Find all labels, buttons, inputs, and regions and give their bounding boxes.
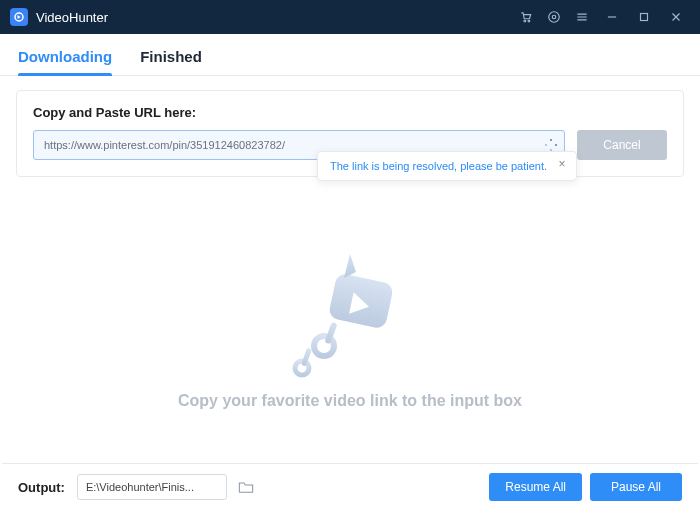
settings-icon[interactable] bbox=[542, 5, 566, 29]
resume-all-button[interactable]: Resume All bbox=[489, 473, 582, 501]
svg-point-4 bbox=[549, 12, 560, 23]
tooltip-close-icon[interactable]: × bbox=[556, 158, 568, 170]
titlebar: VideoHunter bbox=[0, 0, 700, 34]
output-path[interactable]: E:\Videohunter\Finis... bbox=[77, 474, 227, 500]
footer: Output: E:\Videohunter\Finis... Resume A… bbox=[0, 464, 700, 520]
output-label: Output: bbox=[18, 480, 65, 495]
empty-text: Copy your favorite video link to the inp… bbox=[178, 392, 522, 410]
menu-icon[interactable] bbox=[570, 5, 594, 29]
svg-point-3 bbox=[552, 15, 556, 19]
url-card: Copy and Paste URL here: Cancel The link… bbox=[16, 90, 684, 177]
maximize-icon[interactable] bbox=[630, 5, 658, 29]
close-icon[interactable] bbox=[662, 5, 690, 29]
svg-point-1 bbox=[524, 20, 526, 22]
app-title: VideoHunter bbox=[36, 10, 108, 25]
tooltip-text: The link is being resolved, please be pa… bbox=[330, 160, 547, 172]
svg-rect-5 bbox=[641, 14, 648, 21]
app-window: VideoHunter Downloading Finished Copy an… bbox=[0, 0, 700, 520]
empty-state: Copy your favorite video link to the inp… bbox=[0, 177, 700, 463]
empty-illustration-icon bbox=[280, 250, 420, 380]
pause-all-button[interactable]: Pause All bbox=[590, 473, 682, 501]
tabs: Downloading Finished bbox=[0, 34, 700, 76]
loading-spinner-icon bbox=[545, 139, 557, 151]
url-label: Copy and Paste URL here: bbox=[33, 105, 667, 120]
cancel-button[interactable]: Cancel bbox=[577, 130, 667, 160]
tab-finished[interactable]: Finished bbox=[140, 48, 202, 75]
app-logo-icon bbox=[10, 8, 28, 26]
resolving-tooltip: The link is being resolved, please be pa… bbox=[317, 151, 577, 181]
svg-point-2 bbox=[528, 20, 530, 22]
open-folder-icon[interactable] bbox=[235, 476, 257, 498]
cart-icon[interactable] bbox=[514, 5, 538, 29]
tab-downloading[interactable]: Downloading bbox=[18, 48, 112, 75]
minimize-icon[interactable] bbox=[598, 5, 626, 29]
